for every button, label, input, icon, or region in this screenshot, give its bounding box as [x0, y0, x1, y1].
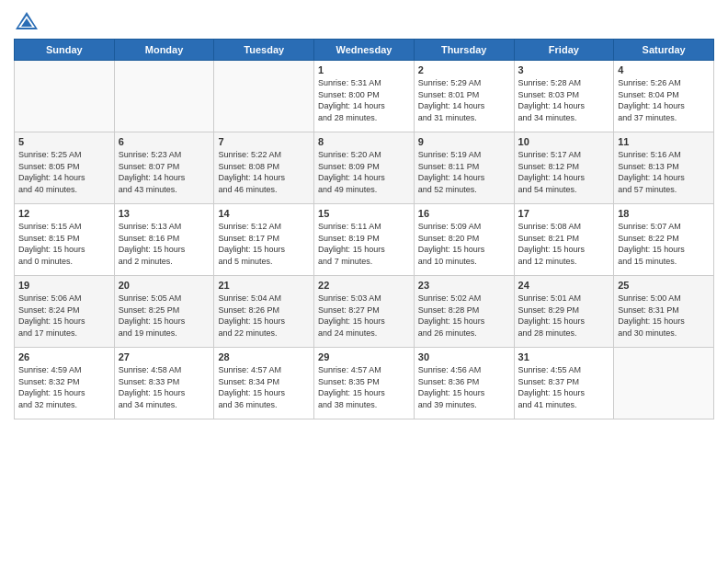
- day-cell: 9Sunrise: 5:19 AMSunset: 8:11 PMDaylight…: [414, 132, 514, 204]
- day-info: Sunrise: 5:08 AMSunset: 8:21 PMDaylight:…: [518, 221, 610, 267]
- day-number: 21: [218, 280, 310, 291]
- day-cell: 12Sunrise: 5:15 AMSunset: 8:15 PMDayligh…: [15, 204, 115, 276]
- day-number: 19: [18, 280, 110, 291]
- day-info: Sunrise: 5:15 AMSunset: 8:15 PMDaylight:…: [18, 221, 110, 267]
- day-info: Sunrise: 5:01 AMSunset: 8:29 PMDaylight:…: [518, 293, 610, 339]
- header: [14, 9, 714, 35]
- day-cell: 15Sunrise: 5:11 AMSunset: 8:19 PMDayligh…: [314, 204, 415, 276]
- day-number: 3: [518, 64, 610, 75]
- day-cell: 5Sunrise: 5:25 AMSunset: 8:05 PMDaylight…: [15, 132, 115, 204]
- day-info: Sunrise: 5:13 AMSunset: 8:16 PMDaylight:…: [119, 221, 210, 267]
- day-cell: 16Sunrise: 5:09 AMSunset: 8:20 PMDayligh…: [414, 204, 514, 276]
- day-cell: 11Sunrise: 5:16 AMSunset: 8:13 PMDayligh…: [614, 132, 714, 204]
- weekday-header-sunday: Sunday: [15, 40, 115, 61]
- day-number: 10: [518, 136, 610, 147]
- day-number: 16: [418, 208, 510, 219]
- day-cell: [614, 348, 714, 419]
- day-number: 27: [119, 351, 210, 362]
- day-cell: 2Sunrise: 5:29 AMSunset: 8:01 PMDaylight…: [414, 61, 514, 132]
- day-cell: 19Sunrise: 5:06 AMSunset: 8:24 PMDayligh…: [15, 276, 115, 348]
- day-number: 2: [418, 64, 510, 75]
- day-number: 1: [318, 64, 410, 75]
- day-cell: 6Sunrise: 5:23 AMSunset: 8:07 PMDaylight…: [114, 132, 214, 204]
- logo-icon: [14, 9, 40, 35]
- day-info: Sunrise: 5:16 AMSunset: 8:13 PMDaylight:…: [618, 149, 710, 195]
- day-cell: 28Sunrise: 4:57 AMSunset: 8:34 PMDayligh…: [214, 348, 314, 419]
- day-number: 17: [518, 208, 610, 219]
- day-info: Sunrise: 5:22 AMSunset: 8:08 PMDaylight:…: [218, 149, 310, 195]
- day-cell: 27Sunrise: 4:58 AMSunset: 8:33 PMDayligh…: [114, 348, 214, 419]
- day-cell: 20Sunrise: 5:05 AMSunset: 8:25 PMDayligh…: [114, 276, 214, 348]
- day-cell: 23Sunrise: 5:02 AMSunset: 8:28 PMDayligh…: [414, 276, 514, 348]
- day-info: Sunrise: 5:02 AMSunset: 8:28 PMDaylight:…: [418, 293, 510, 339]
- day-cell: 17Sunrise: 5:08 AMSunset: 8:21 PMDayligh…: [514, 204, 614, 276]
- weekday-header-thursday: Thursday: [414, 40, 514, 61]
- day-number: 31: [518, 351, 610, 362]
- day-number: 15: [318, 208, 410, 219]
- day-info: Sunrise: 4:57 AMSunset: 8:35 PMDaylight:…: [318, 364, 410, 410]
- day-info: Sunrise: 5:29 AMSunset: 8:01 PMDaylight:…: [418, 77, 510, 123]
- day-info: Sunrise: 5:25 AMSunset: 8:05 PMDaylight:…: [18, 149, 110, 195]
- day-number: 6: [119, 136, 210, 147]
- day-info: Sunrise: 5:06 AMSunset: 8:24 PMDaylight:…: [18, 293, 110, 339]
- day-info: Sunrise: 5:07 AMSunset: 8:22 PMDaylight:…: [618, 221, 710, 267]
- day-cell: 21Sunrise: 5:04 AMSunset: 8:26 PMDayligh…: [214, 276, 314, 348]
- weekday-header-wednesday: Wednesday: [314, 40, 415, 61]
- day-cell: 4Sunrise: 5:26 AMSunset: 8:04 PMDaylight…: [614, 61, 714, 132]
- day-info: Sunrise: 5:12 AMSunset: 8:17 PMDaylight:…: [218, 221, 310, 267]
- day-number: 12: [18, 208, 110, 219]
- day-info: Sunrise: 5:31 AMSunset: 8:00 PMDaylight:…: [318, 77, 410, 123]
- day-info: Sunrise: 5:17 AMSunset: 8:12 PMDaylight:…: [518, 149, 610, 195]
- day-number: 14: [218, 208, 310, 219]
- day-info: Sunrise: 4:55 AMSunset: 8:37 PMDaylight:…: [518, 364, 610, 410]
- day-number: 28: [218, 351, 310, 362]
- day-info: Sunrise: 5:00 AMSunset: 8:31 PMDaylight:…: [618, 293, 710, 339]
- day-number: 4: [618, 64, 710, 75]
- day-info: Sunrise: 5:23 AMSunset: 8:07 PMDaylight:…: [119, 149, 210, 195]
- day-info: Sunrise: 5:11 AMSunset: 8:19 PMDaylight:…: [318, 221, 410, 267]
- day-info: Sunrise: 5:05 AMSunset: 8:25 PMDaylight:…: [119, 293, 210, 339]
- day-cell: 25Sunrise: 5:00 AMSunset: 8:31 PMDayligh…: [614, 276, 714, 348]
- week-row-5: 26Sunrise: 4:59 AMSunset: 8:32 PMDayligh…: [15, 348, 714, 419]
- day-number: 24: [518, 280, 610, 291]
- day-cell: 30Sunrise: 4:56 AMSunset: 8:36 PMDayligh…: [414, 348, 514, 419]
- page: SundayMondayTuesdayWednesdayThursdayFrid…: [0, 0, 728, 429]
- weekday-header-tuesday: Tuesday: [214, 40, 314, 61]
- day-number: 22: [318, 280, 410, 291]
- day-cell: 29Sunrise: 4:57 AMSunset: 8:35 PMDayligh…: [314, 348, 415, 419]
- day-cell: [214, 61, 314, 132]
- day-cell: 31Sunrise: 4:55 AMSunset: 8:37 PMDayligh…: [514, 348, 614, 419]
- logo: [14, 9, 43, 35]
- day-cell: 13Sunrise: 5:13 AMSunset: 8:16 PMDayligh…: [114, 204, 214, 276]
- day-number: 23: [418, 280, 510, 291]
- week-row-4: 19Sunrise: 5:06 AMSunset: 8:24 PMDayligh…: [15, 276, 714, 348]
- day-cell: 24Sunrise: 5:01 AMSunset: 8:29 PMDayligh…: [514, 276, 614, 348]
- week-row-1: 1Sunrise: 5:31 AMSunset: 8:00 PMDaylight…: [15, 61, 714, 132]
- calendar-table: SundayMondayTuesdayWednesdayThursdayFrid…: [14, 39, 714, 419]
- day-cell: 10Sunrise: 5:17 AMSunset: 8:12 PMDayligh…: [514, 132, 614, 204]
- day-info: Sunrise: 5:04 AMSunset: 8:26 PMDaylight:…: [218, 293, 310, 339]
- day-info: Sunrise: 4:58 AMSunset: 8:33 PMDaylight:…: [119, 364, 210, 410]
- day-cell: 3Sunrise: 5:28 AMSunset: 8:03 PMDaylight…: [514, 61, 614, 132]
- day-cell: 1Sunrise: 5:31 AMSunset: 8:00 PMDaylight…: [314, 61, 415, 132]
- day-info: Sunrise: 5:03 AMSunset: 8:27 PMDaylight:…: [318, 293, 410, 339]
- day-info: Sunrise: 4:57 AMSunset: 8:34 PMDaylight:…: [218, 364, 310, 410]
- day-number: 13: [119, 208, 210, 219]
- weekday-header-friday: Friday: [514, 40, 614, 61]
- day-cell: [15, 61, 115, 132]
- weekday-header-saturday: Saturday: [614, 40, 714, 61]
- day-number: 25: [618, 280, 710, 291]
- day-number: 7: [218, 136, 310, 147]
- header-row: SundayMondayTuesdayWednesdayThursdayFrid…: [15, 40, 714, 61]
- day-number: 20: [119, 280, 210, 291]
- day-info: Sunrise: 5:28 AMSunset: 8:03 PMDaylight:…: [518, 77, 610, 123]
- day-number: 9: [418, 136, 510, 147]
- day-number: 11: [618, 136, 710, 147]
- day-number: 5: [18, 136, 110, 147]
- week-row-3: 12Sunrise: 5:15 AMSunset: 8:15 PMDayligh…: [15, 204, 714, 276]
- day-number: 26: [18, 351, 110, 362]
- day-info: Sunrise: 4:59 AMSunset: 8:32 PMDaylight:…: [18, 364, 110, 410]
- day-info: Sunrise: 5:19 AMSunset: 8:11 PMDaylight:…: [418, 149, 510, 195]
- day-number: 18: [618, 208, 710, 219]
- day-number: 8: [318, 136, 410, 147]
